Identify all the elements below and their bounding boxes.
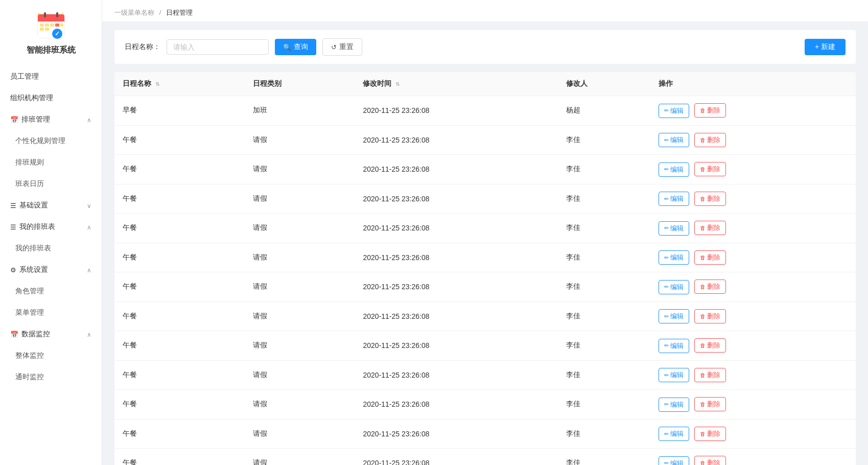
cell-modifier: 李佳 — [558, 419, 650, 449]
svg-rect-12 — [45, 28, 49, 31]
sidebar-item-label: 系统设置 — [19, 265, 48, 274]
cell-modifier: 李佳 — [558, 331, 650, 361]
cell-name: 午餐 — [114, 125, 245, 155]
edit-button[interactable]: ✏ 编辑 — [659, 104, 689, 118]
cell-name: 午餐 — [114, 272, 245, 302]
edit-button[interactable]: ✏ 编辑 — [659, 250, 689, 265]
cell-modify-time: 2020-11-25 23:26:08 — [355, 155, 557, 184]
query-button[interactable]: 🔍 查询 — [275, 39, 316, 55]
cell-modifier: 李佳 — [558, 214, 650, 243]
delete-button[interactable]: 🗑 删除 — [694, 221, 726, 235]
sidebar-item-shift-mgmt[interactable]: 📅 排班管理 — [0, 109, 102, 130]
sidebar-item-org[interactable]: 组织机构管理 — [0, 87, 102, 109]
cell-name: 早餐 — [114, 96, 245, 126]
delete-button[interactable]: 🗑 删除 — [694, 397, 726, 411]
cell-modify-time: 2020-11-25 23:26:08 — [355, 214, 557, 243]
edit-button[interactable]: ✏ 编辑 — [659, 221, 689, 236]
svg-rect-2 — [38, 18, 64, 21]
table-row: 午餐 请假 2020-11-25 23:26:08 李佳 ✏ 编辑 🗑 删除 — [114, 419, 856, 449]
delete-button[interactable]: 🗑 删除 — [694, 250, 726, 265]
cell-type: 请假 — [245, 125, 355, 155]
edit-button[interactable]: ✏ 编辑 — [659, 309, 689, 323]
edit-button[interactable]: ✏ 编辑 — [659, 427, 689, 441]
edit-label: 编辑 — [670, 135, 684, 145]
delete-button[interactable]: 🗑 删除 — [694, 338, 726, 353]
table-row: 午餐 请假 2020-11-25 23:26:08 李佳 ✏ 编辑 🗑 删除 — [114, 272, 856, 302]
edit-button[interactable]: ✏ 编辑 — [659, 192, 689, 206]
delete-icon: 🗑 — [700, 342, 706, 348]
sidebar-item-shift-rule[interactable]: 排班规则 — [0, 152, 102, 173]
edit-icon: ✏ — [664, 313, 669, 320]
delete-button[interactable]: 🗑 删除 — [694, 368, 726, 382]
delete-icon: 🗑 — [700, 225, 706, 231]
cell-action: ✏ 编辑 🗑 删除 — [650, 96, 856, 126]
sidebar-item-personal-rule[interactable]: 个性化规则管理 — [0, 130, 102, 152]
sidebar-item-sys-settings[interactable]: ⚙ 系统设置 — [0, 259, 102, 281]
edit-icon: ✏ — [664, 284, 669, 290]
sidebar-item-label: 班表日历 — [15, 179, 44, 189]
cell-name: 午餐 — [114, 184, 245, 214]
delete-button[interactable]: 🗑 删除 — [694, 162, 726, 176]
cell-modifier: 李佳 — [558, 390, 650, 420]
delete-button[interactable]: 🗑 删除 — [694, 427, 726, 441]
sidebar-item-label: 组织机构管理 — [10, 94, 53, 103]
table-row: 午餐 请假 2020-11-25 23:26:08 李佳 ✏ 编辑 🗑 删除 — [114, 331, 856, 361]
edit-button[interactable]: ✏ 编辑 — [659, 162, 689, 177]
svg-rect-15 — [44, 12, 46, 17]
edit-button[interactable]: ✏ 编辑 — [659, 456, 689, 466]
delete-label: 删除 — [707, 194, 720, 203]
cell-name: 午餐 — [114, 360, 245, 390]
sidebar-item-employee[interactable]: 员工管理 — [0, 66, 102, 87]
breadcrumb-current: 日程管理 — [166, 9, 193, 16]
chevron-up-icon — [87, 223, 91, 231]
search-icon: 🔍 — [283, 43, 291, 51]
edit-button[interactable]: ✏ 编辑 — [659, 398, 689, 412]
sidebar-item-my-schedule-sub[interactable]: 我的排班表 — [0, 238, 102, 259]
edit-button[interactable]: ✏ 编辑 — [659, 133, 689, 147]
breadcrumb-separator: / — [159, 9, 161, 16]
edit-button[interactable]: ✏ 编辑 — [659, 339, 689, 353]
delete-button[interactable]: 🗑 删除 — [694, 103, 726, 118]
delete-label: 删除 — [707, 135, 720, 145]
svg-rect-9 — [55, 24, 59, 27]
cell-modifier: 李佳 — [558, 155, 650, 184]
cell-type: 加班 — [245, 96, 355, 126]
sidebar-item-label: 排班管理 — [21, 115, 50, 124]
search-label: 日程名称： — [125, 42, 160, 52]
sidebar-item-label: 我的排班表 — [19, 222, 55, 231]
cell-name: 午餐 — [114, 301, 245, 331]
delete-label: 删除 — [707, 165, 720, 174]
cell-modify-time: 2020-11-25 23:26:08 — [355, 96, 557, 126]
delete-icon: 🗑 — [700, 401, 706, 407]
cell-type: 请假 — [245, 272, 355, 302]
svg-text:✓: ✓ — [55, 30, 60, 37]
sidebar-item-my-schedule[interactable]: ☰ 我的排班表 — [0, 216, 102, 238]
delete-button[interactable]: 🗑 删除 — [694, 309, 726, 323]
delete-button[interactable]: 🗑 删除 — [694, 192, 726, 206]
cell-modify-time: 2020-11-25 23:26:08 — [355, 272, 557, 302]
edit-button[interactable]: ✏ 编辑 — [659, 368, 689, 382]
edit-button[interactable]: ✏ 编辑 — [659, 280, 689, 294]
delete-button[interactable]: 🗑 删除 — [694, 133, 726, 147]
sidebar-item-role-mgmt[interactable]: 角色管理 — [0, 281, 102, 302]
delete-label: 删除 — [707, 400, 720, 409]
table-row: 早餐 加班 2020-11-25 23:26:08 杨超 ✏ 编辑 🗑 删除 — [114, 96, 856, 126]
chevron-up-icon — [87, 115, 91, 124]
sidebar-item-basic-settings[interactable]: ☰ 基础设置 — [0, 195, 102, 216]
sidebar-item-data-monitor[interactable]: 📅 数据监控 — [0, 323, 102, 345]
delete-button[interactable]: 🗑 删除 — [694, 456, 726, 465]
sidebar-item-shift-calendar[interactable]: 班表日历 — [0, 173, 102, 195]
edit-icon: ✏ — [664, 254, 669, 261]
sidebar-item-realtime-monitor[interactable]: 通时监控 — [0, 366, 102, 388]
cell-name: 午餐 — [114, 449, 245, 466]
edit-icon: ✏ — [664, 460, 669, 465]
search-input[interactable] — [167, 39, 269, 55]
sidebar-item-overall-monitor[interactable]: 整体监控 — [0, 345, 102, 366]
new-button[interactable]: + 新建 — [805, 39, 846, 55]
reset-button[interactable]: ↺ 重置 — [322, 38, 362, 56]
edit-label: 编辑 — [670, 370, 684, 380]
sidebar-item-menu-mgmt[interactable]: 菜单管理 — [0, 302, 102, 323]
delete-button[interactable]: 🗑 删除 — [694, 280, 726, 294]
cell-action: ✏ 编辑 🗑 删除 — [650, 243, 856, 272]
edit-icon: ✏ — [664, 196, 669, 202]
